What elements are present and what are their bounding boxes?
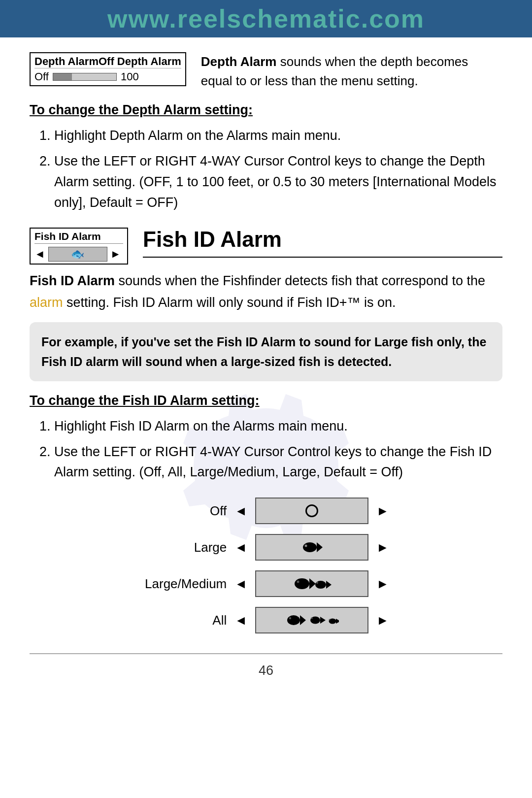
fish-option-off-box xyxy=(255,498,368,524)
alarm-highlight-word: alarm xyxy=(30,295,63,310)
fish-id-title-divider xyxy=(143,257,502,258)
off-label: Off xyxy=(34,70,49,83)
fish-id-widget-title: Fish ID Alarm xyxy=(34,231,123,244)
svg-point-8 xyxy=(316,582,318,584)
fish-option-off-right-arrow[interactable]: ► xyxy=(376,503,389,519)
fish-option-all: All ◄ xyxy=(143,607,389,633)
depth-alarm-steps-list: Highlight Depth Alarm on the Alarms main… xyxy=(30,126,502,213)
fish-option-lm-box xyxy=(255,570,368,597)
fish-option-large: Large ◄ ► xyxy=(143,534,389,561)
fish-option-large-box xyxy=(255,534,368,561)
fish-id-change-heading: To change the Fish ID Alarm setting: xyxy=(30,393,502,408)
svg-point-3 xyxy=(295,578,309,589)
fish-option-off-label: Off xyxy=(143,503,227,519)
fish-option-all-box xyxy=(255,607,368,633)
svg-point-9 xyxy=(287,615,300,625)
depth-alarm-step-1: Highlight Depth Alarm on the Alarms main… xyxy=(54,126,502,146)
depth-alarm-bold: Depth Alarm xyxy=(201,54,277,69)
fish-option-large-left-arrow[interactable]: ◄ xyxy=(234,540,247,555)
fish-id-content: Fish ID Alarm ◄ 🐟 ► Fish ID Alarm F xyxy=(30,228,502,633)
fish-selector-bar: 🐟 xyxy=(48,247,107,262)
fish-option-all-left-arrow[interactable]: ◄ xyxy=(234,613,247,628)
fish-widget-selector: ◄ 🐟 ► xyxy=(34,247,123,262)
watermark-header: www.reelschematic.com xyxy=(0,0,532,37)
fish-id-top-row: Fish ID Alarm ◄ 🐟 ► Fish ID Alarm xyxy=(30,228,502,265)
fish-id-step-1: Highlight Fish ID Alarm on the Alarms ma… xyxy=(54,416,502,437)
svg-marker-16 xyxy=(336,619,339,624)
fish-option-off: Off ◄ ► xyxy=(143,498,389,524)
fish-options-container: Off ◄ ► Large ◄ xyxy=(30,498,502,633)
svg-point-14 xyxy=(311,617,313,619)
fish-id-title-block: Fish ID Alarm xyxy=(143,228,502,261)
example-box: For example, if you've set the Fish ID A… xyxy=(30,322,502,381)
fish-id-main-title: Fish ID Alarm xyxy=(143,228,502,251)
fish-id-body-text: Fish ID Alarm sounds when the Fishfinder… xyxy=(30,270,502,313)
depth-alarm-change-heading: To change the Depth Alarm setting: xyxy=(30,102,502,118)
fish-option-lm-right-arrow[interactable]: ► xyxy=(376,576,389,592)
large-fish-icon xyxy=(301,540,323,555)
svg-point-17 xyxy=(329,619,331,621)
svg-marker-13 xyxy=(320,617,326,624)
fish-id-step-2: Use the LEFT or RIGHT 4-WAY Cursor Contr… xyxy=(54,442,502,483)
fish-selector-left-arrow[interactable]: ◄ xyxy=(34,248,45,261)
fish-id-bold: Fish ID Alarm xyxy=(30,273,115,288)
depth-alarm-description: Depth Alarm sounds when the depth become… xyxy=(201,52,502,91)
off-circle-icon xyxy=(305,504,318,517)
widget-title-row: Depth Alarm Off Depth Alarm xyxy=(34,55,181,68)
fish-option-large-medium: Large/Medium ◄ xyxy=(143,570,389,597)
fish-option-off-left-arrow[interactable]: ◄ xyxy=(234,503,247,519)
fish-selector-right-arrow[interactable]: ► xyxy=(110,248,121,261)
all-fish-icon xyxy=(285,612,339,629)
fish-id-steps-list: Highlight Fish ID Alarm on the Alarms ma… xyxy=(30,416,502,483)
fish-option-large-label: Large xyxy=(143,540,227,555)
depth-alarm-widget: Depth Alarm Off Depth Alarm Off 100 xyxy=(30,52,186,86)
svg-point-2 xyxy=(305,545,307,547)
page-footer: 46 xyxy=(30,653,502,683)
depth-alarm-step-2: Use the LEFT or RIGHT 4-WAY Cursor Contr… xyxy=(54,151,502,213)
svg-marker-1 xyxy=(317,542,323,552)
fish-option-all-label: All xyxy=(143,613,227,628)
value-label: 100 xyxy=(121,70,139,83)
depth-slider-bar[interactable] xyxy=(53,73,117,81)
fish-option-large-right-arrow[interactable]: ► xyxy=(376,540,389,555)
large-medium-fish-icon xyxy=(292,575,332,592)
svg-point-11 xyxy=(289,617,291,619)
fish-option-lm-left-arrow[interactable]: ◄ xyxy=(234,576,247,592)
svg-point-5 xyxy=(297,581,299,583)
widget-title-right: Off Depth Alarm xyxy=(99,55,181,68)
widget-slider-row: Off 100 xyxy=(34,70,181,83)
svg-marker-4 xyxy=(309,578,316,589)
fish-id-widget: Fish ID Alarm ◄ 🐟 ► xyxy=(30,228,128,265)
page-number: 46 xyxy=(259,663,273,678)
svg-marker-10 xyxy=(300,615,306,625)
fish-id-alarm-section: Fish ID Alarm ◄ 🐟 ► Fish ID Alarm F xyxy=(30,228,502,633)
fish-selector-icon: 🐟 xyxy=(71,248,84,261)
fish-option-large-medium-label: Large/Medium xyxy=(143,576,227,592)
widget-title-left: Depth Alarm xyxy=(34,55,99,68)
fish-option-all-right-arrow[interactable]: ► xyxy=(376,613,389,628)
svg-marker-7 xyxy=(326,581,332,589)
watermark-text: www.reelschematic.com xyxy=(107,4,425,33)
svg-point-0 xyxy=(303,542,317,552)
depth-alarm-top-section: Depth Alarm Off Depth Alarm Off 100 Dept… xyxy=(30,52,502,91)
